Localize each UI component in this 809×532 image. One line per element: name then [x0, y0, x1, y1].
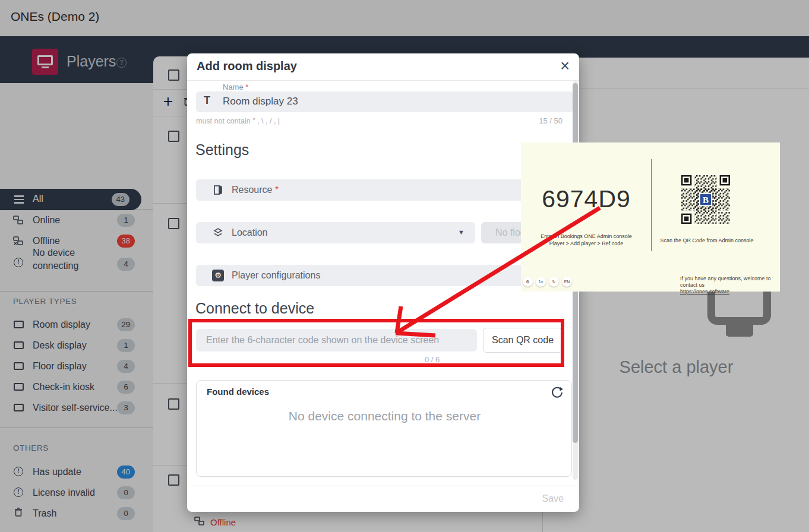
divider [187, 80, 579, 81]
device-language-button[interactable]: EN [562, 277, 572, 287]
door-icon [213, 185, 223, 195]
modal-footer: Save [187, 486, 579, 512]
contact-text: If you have any questions, welcome to co… [680, 276, 780, 295]
device-refresh-button refresh-icon[interactable]: ↻ [549, 277, 559, 287]
annotation-highlight-rectangle [188, 319, 564, 367]
player-configurations-field[interactable]: ⚙ Player configurations [196, 265, 573, 286]
qr-code: B [681, 175, 730, 224]
device-toolbar: ⚙ 1x ↻ EN [523, 277, 572, 287]
qr-logo-letter: B [703, 195, 709, 205]
found-devices-title: Found devices [207, 387, 269, 397]
divider [651, 159, 652, 251]
connect-to-device-heading: Connect to device [195, 300, 314, 317]
device-settings-button gear-icon[interactable]: ⚙ [523, 277, 533, 287]
qr-caption: Scan the QR Code from Admin console [656, 238, 757, 243]
pairing-code-caption: Enter in Bookings ONE Admin console Play… [527, 233, 646, 247]
pairing-code: 6974D9 [521, 185, 652, 213]
add-room-display-modal: Add room display × Name * T Room display… [187, 53, 579, 512]
name-char-counter: 15 / 50 [539, 116, 562, 125]
name-field-label: Name * [223, 83, 248, 91]
no-device-message: No device connecting to the server [197, 409, 573, 423]
device-speed-button[interactable]: 1x [536, 277, 546, 287]
name-input-value: Room display 23 [223, 96, 298, 107]
refresh-icon[interactable] [550, 385, 564, 400]
modal-title: Add room display [197, 59, 297, 73]
close-icon[interactable]: × [560, 57, 570, 75]
location-dropdown[interactable]: Location ▼ [196, 222, 475, 243]
layers-icon [213, 227, 223, 238]
found-devices-panel: Found devices No device connecting to th… [196, 380, 572, 477]
chevron-down-icon: ▼ [458, 229, 464, 236]
text-type-icon: T [204, 94, 210, 107]
device-screen-overlay: 6974D9 Enter in Bookings ONE Admin conso… [521, 142, 780, 292]
resource-field[interactable]: Resource * [196, 179, 573, 201]
save-button[interactable]: Save [542, 493, 564, 504]
gear-icon: ⚙ [212, 270, 224, 281]
contact-link[interactable]: https://ones.software [680, 289, 729, 294]
settings-heading: Settings [195, 141, 249, 159]
name-helper-text: must not contain " , \ , / , | [196, 117, 280, 125]
